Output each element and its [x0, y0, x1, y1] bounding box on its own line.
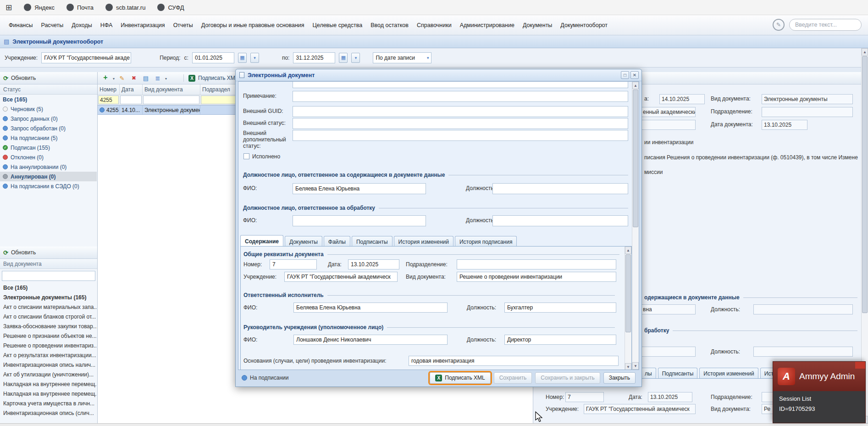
status-item[interactable]: Запрос данных (0): [0, 114, 97, 123]
resp-proc-post-input[interactable]: [492, 215, 628, 226]
menu-item[interactable]: Инвентаризация: [116, 22, 169, 28]
refresh-label[interactable]: Обновить: [11, 75, 36, 81]
status-item[interactable]: Все (165): [0, 95, 97, 104]
scrollbar-thumb[interactable]: [633, 90, 638, 227]
tab[interactable]: Содержание: [240, 235, 283, 247]
search-input[interactable]: [789, 19, 862, 31]
executor-post-input[interactable]: Бухгалтер: [504, 303, 616, 313]
scroll-up-arrow[interactable]: ▲: [862, 48, 868, 56]
modal-title-bar[interactable]: Электронный документ □ ✕: [236, 69, 641, 81]
calendar-icon[interactable]: [238, 53, 247, 63]
delete-icon[interactable]: [129, 73, 138, 83]
column-header-number[interactable]: Номер: [98, 84, 120, 95]
status-item[interactable]: Аннулирован (0): [0, 172, 97, 181]
doctype-item[interactable]: Электронные документы (165): [0, 292, 97, 302]
executor-fio-input[interactable]: Беляева Елена Юрьевна: [293, 303, 448, 313]
doctype-item[interactable]: Заявка-обоснование закупки товар...: [0, 321, 97, 331]
menu-item[interactable]: Администрирование: [456, 22, 519, 28]
save-close-button[interactable]: Сохранить и закрыть: [535, 372, 600, 384]
preview-tab[interactable]: Подписанты: [658, 368, 698, 379]
calendar-icon[interactable]: [339, 53, 348, 63]
ext-status-input[interactable]: [293, 118, 628, 129]
close-button[interactable]: Закрыть: [603, 372, 636, 384]
refresh-icon[interactable]: [3, 75, 8, 82]
institution-input[interactable]: ГАУК РТ "Государственный акаде: [41, 52, 131, 63]
status-item[interactable]: На подписании (5): [0, 133, 97, 143]
filter-date-input[interactable]: [120, 95, 142, 104]
resp-proc-fio-input[interactable]: [293, 215, 426, 226]
period-to-input[interactable]: 31.12.2025: [293, 52, 335, 63]
sign-xml-button[interactable]: Подписать XML: [430, 372, 490, 384]
menu-item[interactable]: Отчеты: [169, 22, 197, 28]
doctype-item[interactable]: Инвентаризационная опись налич...: [0, 360, 97, 370]
scroll-down-arrow[interactable]: ▼: [625, 363, 631, 370]
refresh-label[interactable]: Обновить: [11, 249, 36, 256]
date-mode-select[interactable]: По дате записи ▾: [373, 52, 431, 63]
scrollbar-thumb[interactable]: [625, 254, 631, 332]
apps-grid-icon[interactable]: ⊞: [6, 4, 12, 11]
menu-item[interactable]: Финансы: [5, 22, 37, 28]
doctype-item[interactable]: Решение о признании объектов не...: [0, 331, 97, 341]
edit-icon[interactable]: [117, 73, 127, 83]
scroll-down-arrow[interactable]: ▼: [632, 362, 639, 370]
ammyy-session-list[interactable]: Session List: [779, 395, 859, 402]
menu-item[interactable]: Расчеты: [37, 22, 67, 28]
scrollbar-thumb[interactable]: [862, 56, 868, 313]
head-post-input[interactable]: Директор: [504, 335, 616, 345]
period-from-input[interactable]: 01.01.2025: [192, 52, 234, 63]
chevron-down-icon[interactable]: [113, 75, 115, 81]
copy-icon[interactable]: [141, 73, 150, 83]
bookmark-item[interactable]: Яндекс: [24, 4, 55, 11]
clipped-field[interactable]: [293, 81, 628, 88]
preview-tab[interactable]: История изменений: [699, 368, 758, 379]
doctype-item[interactable]: Карточка учета имущества в личн...: [0, 398, 97, 408]
refresh-icon[interactable]: [3, 249, 8, 256]
doctype-item[interactable]: Решение о проведении инвентариз...: [0, 341, 97, 350]
institution-input[interactable]: ГАУК РТ "Государственный академическ: [284, 272, 398, 282]
preview-tab[interactable]: лы: [641, 368, 656, 379]
column-header-doctype[interactable]: Вид документа: [143, 84, 200, 95]
doctype-input[interactable]: Решение о проведении инвентаризации: [457, 272, 616, 282]
division-input[interactable]: [457, 259, 616, 269]
doctype-item[interactable]: Инвентаризационная опись (слич...: [0, 408, 97, 418]
doctype-item[interactable]: Акт о списании материальных запа...: [0, 302, 97, 312]
doctype-item[interactable]: Акт о результатах инвентаризации...: [0, 350, 97, 360]
doctype-item[interactable]: Накладная на внутреннее перемещ...: [0, 389, 97, 398]
menu-item[interactable]: Документооборот: [556, 22, 612, 28]
note-input[interactable]: [293, 91, 628, 102]
add-icon[interactable]: [101, 73, 110, 83]
status-item[interactable]: Запрос обработан (0): [0, 123, 97, 133]
doctype-filter-input[interactable]: [2, 271, 95, 281]
close-icon[interactable]: [855, 362, 865, 369]
modal-scrollbar[interactable]: ▲ ▼: [632, 82, 639, 370]
head-fio-input[interactable]: Лоншаков Денис Николаевич: [293, 335, 448, 345]
menu-item[interactable]: Ввод остатков: [366, 22, 413, 28]
number-input[interactable]: 7: [270, 259, 317, 269]
chevron-down-icon[interactable]: [165, 75, 167, 81]
status-item[interactable]: Подписан (155): [0, 143, 97, 152]
date-input[interactable]: 13.10.2025: [348, 259, 399, 269]
menu-item[interactable]: Договоры и иные правовые основания: [197, 22, 309, 28]
guid-input[interactable]: [293, 106, 628, 117]
doctype-item[interactable]: Накладная на внутреннее перемещ...: [0, 379, 97, 389]
ext-add-status-input[interactable]: [293, 130, 628, 141]
tab-panel-scrollbar[interactable]: ▲ ▼: [625, 247, 631, 370]
sign-xml-toolbar-button[interactable]: Подписать XML: [198, 75, 238, 81]
bookmark-item[interactable]: Почта: [66, 4, 94, 11]
filter-number-input[interactable]: 4255: [98, 95, 119, 104]
done-checkbox[interactable]: [243, 153, 249, 159]
scroll-up-arrow[interactable]: ▲: [625, 247, 631, 254]
column-header-date[interactable]: Дата: [120, 84, 143, 95]
menu-item[interactable]: Целевые средства: [309, 22, 367, 28]
dropdown-icon[interactable]: [250, 53, 259, 63]
basis-input[interactable]: годовая инвентаризация: [409, 356, 619, 366]
more-icon[interactable]: [153, 73, 162, 83]
filter-doctype-input[interactable]: [143, 95, 199, 104]
status-item[interactable]: Черновик (5): [0, 104, 97, 114]
menu-item[interactable]: Доходы: [67, 22, 96, 28]
taskbar-strip[interactable]: [0, 423, 868, 426]
menu-item[interactable]: НФА: [96, 22, 117, 28]
doctype-item[interactable]: Все (165): [0, 283, 97, 292]
doctype-item[interactable]: Акт о списании бланков строгой от...: [0, 312, 97, 321]
ammyy-header[interactable]: A Ammyy Admin: [773, 362, 865, 391]
